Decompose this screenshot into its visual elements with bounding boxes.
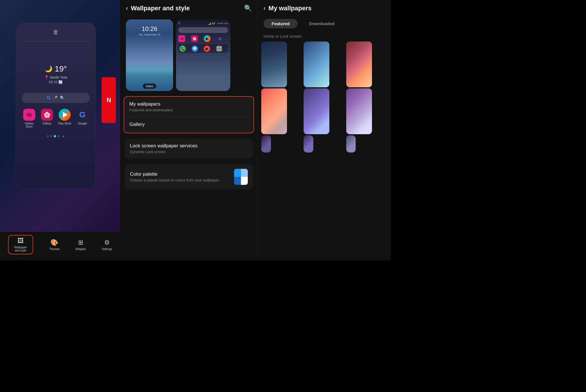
home-screen-preview: G 🌙19° North York G 🛍 🌸 ▶ G 📞: [176, 19, 230, 91]
nav-widgets[interactable]: ⊞ Widgets: [76, 239, 86, 251]
delete-icon: 🗑: [53, 29, 59, 35]
themes-nav-label: Themes: [49, 248, 60, 251]
palette-color-blue-dark: [234, 169, 241, 177]
play-triangle-icon: [63, 112, 68, 118]
wallpaper-thumb-9[interactable]: [346, 135, 356, 153]
wallpaper-nav-icon: 🖼: [17, 237, 24, 245]
home-g-icon: G: [178, 22, 181, 25]
wallpaper-nav-label: Wallpaper and style: [12, 246, 29, 252]
right-back-arrow-icon[interactable]: ‹: [264, 5, 266, 12]
app-gallery[interactable]: 🌸 Gallery: [39, 109, 54, 128]
google-search-bar: G 🎤 🔍: [22, 93, 90, 103]
moon-icon: 🌙: [45, 65, 52, 73]
netflix-app-card: N: [102, 77, 116, 123]
home-weather-display: 🌙19° North York: [208, 22, 228, 25]
dock-youtube-icon: ▶: [204, 45, 210, 52]
palette-color-blue-light: [241, 169, 248, 177]
home-app-row-1: 🛍 🌸 ▶ G: [178, 35, 228, 42]
wallpaper-grid-row3: [258, 134, 391, 153]
nav-themes[interactable]: 🎨 Themes: [49, 239, 60, 251]
middle-panel: ‹ Wallpaper and style 🔍 10:26 Tue, Septe…: [120, 0, 258, 260]
dot-3: [54, 135, 56, 137]
lock-screen-services-subtitle: Dynamic Lock screen: [130, 150, 248, 154]
dot-2: [50, 135, 52, 137]
palette-subtitle: Choose a palette based on colors from yo…: [130, 178, 234, 182]
pin-icon: 📍: [44, 75, 49, 80]
wallpaper-thumb-1[interactable]: [261, 41, 287, 87]
bottom-navigation: 🖼 Wallpaper and style 🎨 Themes ⊞ Widgets…: [0, 232, 120, 260]
middle-panel-title: Wallpaper and style: [131, 5, 190, 12]
temperature: 19°: [55, 64, 67, 74]
lock-screen-services-title: Lock screen wallpaper services: [130, 143, 248, 149]
color-palette-section[interactable]: Color palette Choose a palette based on …: [125, 164, 253, 189]
tab-row: Featured Downloaded: [258, 17, 391, 33]
weather-widget: 🌙 19° 📍 North York 09:16 🔄: [44, 64, 68, 84]
palette-color-white: [241, 177, 248, 185]
add-page-icon: +: [62, 134, 65, 138]
palette-text: Color palette Choose a palette based on …: [130, 171, 234, 182]
gallery-title: Gallery: [129, 122, 248, 127]
left-panel: 🗑 🌙 19° 📍 North York 09:16 🔄 G 🎤 🔍: [0, 0, 120, 260]
highlighted-menu-section: My wallpapers Featured and downloaded Ga…: [124, 96, 254, 133]
right-panel-header: ‹ My wallpapers: [258, 0, 391, 17]
app-google[interactable]: G Google: [75, 109, 90, 128]
wallpaper-thumb-5[interactable]: [304, 88, 329, 134]
widgets-nav-label: Widgets: [76, 248, 86, 251]
app-play-store[interactable]: Play Store: [57, 109, 72, 128]
settings-nav-label: Settings: [102, 248, 112, 251]
page-dots: +: [47, 134, 65, 138]
palette-color-blue-darker: [234, 177, 241, 185]
time-display: 09:16 🔄: [49, 80, 63, 84]
tab-downloaded[interactable]: Downloaded: [301, 19, 343, 28]
home-gallery-icon: 🌸: [191, 35, 198, 42]
wallpaper-thumb-4[interactable]: [261, 88, 287, 134]
lock-screen-services-section: Lock screen wallpaper services Dynamic L…: [125, 138, 253, 159]
dot-1: [47, 135, 49, 137]
nav-settings[interactable]: ⚙ Settings: [102, 239, 112, 251]
dock-messages-icon: 💬: [192, 45, 198, 52]
settings-nav-icon: ⚙: [104, 239, 110, 246]
wallpaper-grid-row2: [258, 87, 391, 134]
dock-phone-icon: 📞: [179, 45, 186, 52]
wallpaper-thumb-6[interactable]: [346, 88, 372, 134]
app-grid: 🛍 Galaxy Store 🌸 Gallery Play Store G Go…: [22, 109, 90, 128]
lock-screen-services-item[interactable]: Lock screen wallpaper services Dynamic L…: [125, 138, 253, 159]
right-panel-title: My wallpapers: [268, 5, 311, 12]
video-badge: Video: [143, 84, 157, 89]
themes-nav-icon: 🎨: [50, 239, 58, 246]
google-label: Google: [78, 122, 87, 125]
home-status-bar: G 🌙19° North York: [178, 22, 228, 25]
palette-title: Color palette: [130, 171, 234, 177]
lens-icon: 🔍: [60, 96, 65, 100]
wallpaper-thumb-8[interactable]: [304, 135, 313, 153]
gallery-label: Gallery: [42, 122, 52, 125]
my-wallpapers-title: My wallpapers: [129, 101, 248, 107]
mic-icon: 🎤: [53, 96, 58, 100]
home-galaxy-store-icon: 🛍: [178, 35, 185, 42]
galaxy-store-label: Galaxy Store: [22, 122, 37, 128]
dot-4: [58, 135, 60, 137]
palette-color-preview: [234, 169, 248, 185]
home-dock: 📞 💬 ▶: [178, 44, 228, 53]
my-wallpapers-subtitle: Featured and downloaded: [129, 108, 248, 112]
wallpaper-thumb-3[interactable]: [346, 41, 372, 87]
right-panel: ‹ My wallpapers Featured Downloaded Home…: [258, 0, 391, 260]
home-play-store-icon: ▶: [204, 35, 211, 42]
lock-screen-date: Tue, September 20: [138, 33, 161, 36]
my-wallpapers-menu-item[interactable]: My wallpapers Featured and downloaded: [124, 97, 254, 117]
nav-wallpaper[interactable]: 🖼 Wallpaper and style: [8, 235, 33, 254]
gallery-menu-item[interactable]: Gallery: [124, 117, 254, 133]
tab-featured[interactable]: Featured: [264, 19, 298, 28]
google-g-icon: G: [47, 95, 50, 100]
wallpaper-thumb-2[interactable]: [304, 41, 329, 87]
middle-header: ‹ Wallpaper and style 🔍: [120, 0, 258, 17]
back-arrow-icon[interactable]: ‹: [126, 5, 128, 12]
home-search-bar: G: [178, 27, 228, 33]
wallpaper-thumb-7[interactable]: [261, 135, 271, 153]
widgets-nav-icon: ⊞: [78, 239, 83, 246]
play-store-label: Play Store: [58, 122, 71, 125]
app-galaxy-store[interactable]: 🛍 Galaxy Store: [22, 109, 37, 128]
search-icon-button[interactable]: 🔍: [244, 5, 252, 12]
netflix-icon: N: [107, 96, 111, 104]
phone-preview-card: 🗑 🌙 19° 📍 North York 09:16 🔄 G 🎤 🔍: [16, 23, 96, 189]
